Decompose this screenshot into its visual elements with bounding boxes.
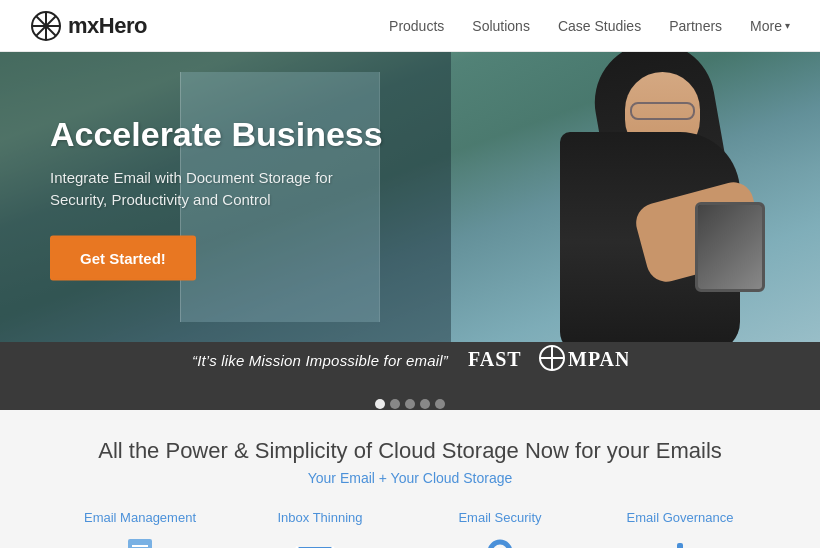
hero-tablet-screen [698, 205, 762, 289]
feature-inbox-thinning: Inbox Thinning [240, 510, 400, 548]
dot-2[interactable] [390, 399, 400, 409]
svg-text:MPANY: MPANY [568, 348, 628, 370]
chevron-down-icon: ▾ [785, 20, 790, 31]
email-management-label: Email Management [84, 510, 196, 525]
nav-partners[interactable]: Partners [669, 18, 722, 34]
get-started-button[interactable]: Get Started! [50, 235, 196, 280]
feature-email-management: Email Management [60, 510, 220, 548]
feature-email-security: Email Security [420, 510, 580, 548]
quote-row: “It’s like Mission Impossible for email”… [192, 344, 628, 377]
hero-subtitle: Integrate Email with Document Storage fo… [50, 166, 383, 211]
hero-tablet [695, 202, 765, 292]
email-governance-label: Email Governance [627, 510, 734, 525]
dot-1[interactable] [375, 399, 385, 409]
dot-navigation [375, 399, 445, 409]
svg-rect-21 [677, 543, 683, 548]
nav-products[interactable]: Products [389, 18, 444, 34]
features-title: All the Power & Simplicity of Cloud Stor… [30, 438, 790, 464]
logo-icon [30, 10, 62, 42]
hero-title: Accelerate Business [50, 114, 383, 155]
svg-text:FAST: FAST [468, 348, 522, 370]
dot-4[interactable] [420, 399, 430, 409]
feature-email-governance: Email Governance [600, 510, 760, 548]
nav-case-studies[interactable]: Case Studies [558, 18, 641, 34]
fastcompany-logo: FAST MPANY [468, 344, 628, 372]
site-header: mxHero Products Solutions Case Studies P… [0, 0, 820, 52]
email-icon [294, 535, 346, 548]
inbox-icon [114, 535, 166, 548]
hero-section: Accelerate Business Integrate Email with… [0, 52, 820, 342]
fastcompany-brand: FAST MPANY [468, 344, 628, 377]
quote-text: “It’s like Mission Impossible for email” [192, 352, 448, 369]
hero-person-area [520, 52, 780, 342]
signpost-icon [654, 535, 706, 548]
email-security-label: Email Security [458, 510, 541, 525]
nav-solutions[interactable]: Solutions [472, 18, 530, 34]
features-section: All the Power & Simplicity of Cloud Stor… [0, 410, 820, 548]
inbox-thinning-label: Inbox Thinning [277, 510, 362, 525]
hero-content: Accelerate Business Integrate Email with… [50, 114, 383, 281]
features-subtitle: Your Email + Your Cloud Storage [30, 470, 790, 486]
quote-bar: “It’s like Mission Impossible for email”… [0, 342, 820, 410]
nav-more[interactable]: More ▾ [750, 18, 790, 34]
main-nav: Products Solutions Case Studies Partners… [389, 18, 790, 34]
dot-5[interactable] [435, 399, 445, 409]
logo[interactable]: mxHero [30, 10, 147, 42]
dot-3[interactable] [405, 399, 415, 409]
features-grid: Email Management Inbox Thinning [30, 510, 790, 548]
logo-text: mxHero [68, 13, 147, 39]
hero-glasses [630, 102, 695, 120]
nav-more-label: More [750, 18, 782, 34]
lock-icon [474, 535, 526, 548]
